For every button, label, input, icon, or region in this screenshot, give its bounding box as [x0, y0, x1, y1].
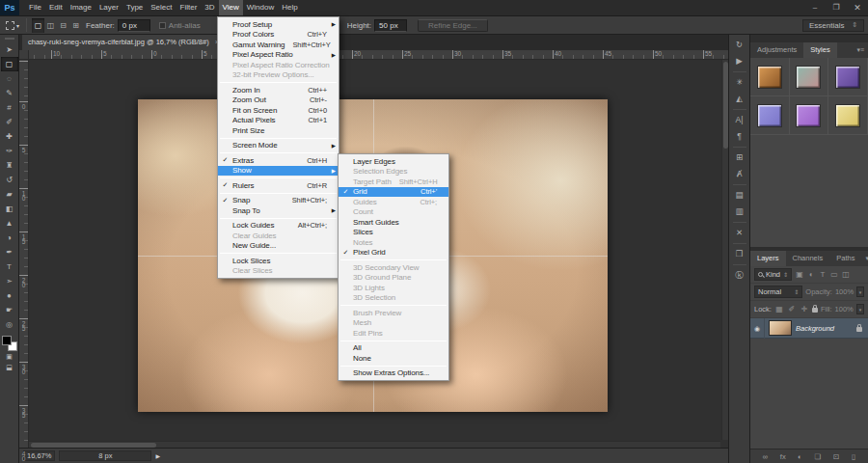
style-swatch-periwinkle[interactable] — [757, 104, 782, 127]
show-submenu-item-none[interactable]: None — [339, 353, 448, 364]
show-submenu-item-all[interactable]: All — [339, 343, 448, 354]
show-submenu-item-guides[interactable]: GuidesCtrl+; — [339, 197, 448, 207]
vertical-scrollbar[interactable] — [721, 60, 728, 440]
view-menu-item-gamut-warning[interactable]: Gamut WarningShift+Ctrl+Y — [218, 40, 339, 50]
workspace-switcher[interactable]: Essentials ⇕ — [802, 19, 864, 32]
style-swatch-violet[interactable] — [796, 104, 821, 127]
style-swatch-yellow[interactable] — [835, 104, 860, 127]
show-submenu-item-count[interactable]: Count — [339, 207, 448, 218]
layer-row-background[interactable]: ◉ Background — [750, 318, 868, 339]
view-menu-item-rulers[interactable]: ✓RulersCtrl+R — [218, 180, 339, 191]
link-layers-icon[interactable]: ∞ — [763, 452, 768, 461]
character-styles-panel-icon[interactable]: Ⱥ — [730, 166, 749, 182]
menu-filter[interactable]: Filter — [176, 0, 202, 15]
view-menu-item-pixel-aspect-ratio-correction[interactable]: Pixel Aspect Ratio Correction — [218, 60, 339, 70]
menu-layer[interactable]: Layer — [95, 0, 122, 15]
refine-edge-button[interactable]: Refine Edge... — [418, 19, 488, 32]
view-menu-item-pixel-aspect-ratio[interactable]: Pixel Aspect Ratio▶ — [218, 50, 339, 61]
horizontal-scrollbar-thumb[interactable] — [31, 443, 156, 448]
show-submenu-item-pixel-grid[interactable]: ✓Pixel Grid — [339, 248, 448, 259]
screen-mode-button[interactable]: ⬓ — [1, 362, 18, 372]
actions-panel-icon[interactable]: ▶ — [730, 53, 749, 69]
tab-channels[interactable]: Channels — [786, 251, 830, 266]
show-submenu-item-3d-ground-plane[interactable]: 3D Ground Plane — [339, 273, 448, 284]
new-group-icon[interactable]: ❏ — [815, 452, 822, 461]
lock-all-icon[interactable] — [812, 308, 818, 313]
view-menu-item-clear-slices[interactable]: Clear Slices — [218, 266, 339, 277]
layer-effects-icon[interactable]: fx — [780, 452, 786, 461]
zoom-tool-icon[interactable]: ◎ — [1, 317, 18, 332]
3d-panel-icon[interactable]: ❒ — [730, 246, 749, 262]
lasso-tool-icon[interactable]: ◌ — [1, 71, 18, 86]
gradient-tool-icon[interactable]: ◧ — [1, 202, 18, 216]
tool-preset-picker[interactable]: ▾ — [4, 21, 21, 30]
view-menu-item-actual-pixels[interactable]: Actual PixelsCtrl+1 — [218, 116, 339, 126]
show-submenu-item-3d-selection[interactable]: 3D Selection — [339, 293, 448, 304]
adjustment-layer-icon[interactable]: ◐ — [798, 452, 802, 461]
menu-view[interactable]: View — [219, 0, 243, 15]
blend-mode-select[interactable]: Normal ⇕ — [754, 286, 802, 298]
menu-edit[interactable]: Edit — [45, 0, 67, 15]
lock-transparency-icon[interactable]: ▦ — [774, 305, 784, 313]
style-swatch-purple[interactable] — [835, 66, 860, 89]
move-tool-icon[interactable]: ➤ — [1, 42, 18, 57]
filter-adjustment-layers-icon[interactable]: ◐ — [806, 270, 816, 279]
document-tab[interactable]: chasy-ruki-sneg-vremya-ciferblat.jpg @ 1… — [22, 35, 226, 50]
path-selection-tool-icon[interactable]: ➣ — [1, 274, 18, 288]
eyedropper-tool-icon[interactable]: ✐ — [1, 115, 18, 129]
kuler-panel-icon[interactable]: ⓚ — [730, 267, 749, 284]
view-menu-item-print-size[interactable]: Print Size — [218, 125, 339, 136]
layer-filter-kind-select[interactable]: Kind ⇕ — [754, 268, 792, 281]
horizontal-scrollbar[interactable] — [29, 441, 720, 448]
shape-tool-icon[interactable]: ● — [1, 288, 18, 303]
histogram-panel-icon[interactable]: ◭ — [730, 91, 749, 107]
view-menu-item-fit-on-screen[interactable]: Fit on ScreenCtrl+0 — [218, 105, 339, 116]
show-submenu-item-show-extras-options[interactable]: Show Extras Options... — [339, 368, 448, 379]
pen-tool-icon[interactable]: ✒ — [1, 245, 18, 259]
vertical-scrollbar-thumb[interactable] — [723, 62, 728, 149]
restore-button[interactable]: ❐ — [826, 0, 847, 15]
layer-visibility-eye-icon[interactable]: ◉ — [750, 318, 765, 339]
lock-position-icon[interactable]: ✛ — [800, 305, 809, 313]
menu-window[interactable]: Window — [243, 0, 278, 15]
opacity-dropdown-button[interactable]: ▾ — [856, 286, 864, 297]
eraser-tool-icon[interactable]: ▰ — [1, 187, 18, 202]
show-submenu-item-edit-pins[interactable]: Edit Pins — [339, 328, 448, 339]
layer-thumbnail[interactable] — [769, 320, 792, 336]
dodge-tool-icon[interactable]: ◑ — [1, 231, 18, 245]
menu-select[interactable]: Select — [147, 0, 176, 15]
view-menu-item-32-bit-preview-options[interactable]: 32-bit Preview Options... — [218, 70, 339, 81]
tool-presets-panel-icon[interactable]: ✕ — [730, 225, 749, 241]
foreground-color-swatch[interactable] — [2, 336, 12, 345]
intersect-selection-icon[interactable]: ⊞ — [69, 18, 82, 33]
show-submenu-item-target-path[interactable]: Target PathShift+Ctrl+H — [339, 177, 448, 187]
quick-selection-tool-icon[interactable]: ✎ — [1, 86, 18, 100]
status-popup-arrow-icon[interactable]: ▶ — [155, 452, 160, 459]
type-tool-icon[interactable]: T — [1, 259, 18, 274]
view-menu-item-extras[interactable]: ✓ExtrasCtrl+H — [218, 155, 339, 166]
close-button[interactable]: ✕ — [847, 0, 868, 15]
tab-adjustments[interactable]: Adjustments — [750, 42, 803, 58]
history-brush-tool-icon[interactable]: ↺ — [1, 173, 18, 187]
ruler-origin-corner[interactable] — [19, 50, 29, 60]
filter-shape-layers-icon[interactable]: ▭ — [829, 270, 839, 279]
view-menu-item-new-guide[interactable]: New Guide... — [218, 241, 339, 252]
add-to-selection-icon[interactable]: ◫ — [44, 18, 57, 33]
view-menu-item-lock-guides[interactable]: Lock GuidesAlt+Ctrl+; — [218, 221, 339, 232]
tab-layers[interactable]: Layers — [750, 251, 786, 266]
fill-dropdown-button[interactable]: ▾ — [856, 304, 864, 314]
height-input[interactable]: 50 px — [374, 19, 407, 32]
minimize-button[interactable]: – — [804, 0, 826, 15]
menu-type[interactable]: Type — [122, 0, 147, 15]
feather-input[interactable]: 0 px — [118, 19, 150, 32]
show-submenu-item-3d-secondary-view[interactable]: 3D Secondary View — [339, 262, 448, 273]
show-submenu-item-smart-guides[interactable]: Smart Guides — [339, 217, 448, 228]
subtract-from-selection-icon[interactable]: ⊟ — [57, 18, 69, 33]
view-menu-item-zoom-out[interactable]: Zoom OutCtrl+- — [218, 95, 339, 106]
view-menu-item-lock-slices[interactable]: Lock Slices — [218, 256, 339, 266]
view-menu-item-proof-colors[interactable]: Proof ColorsCtrl+Y — [218, 30, 339, 41]
blur-tool-icon[interactable]: ▲ — [1, 216, 18, 231]
rectangular-marquee-tool-icon[interactable]: ▢ — [1, 57, 18, 71]
show-submenu-item-mesh[interactable]: Mesh — [339, 318, 448, 329]
paragraph-panel-icon[interactable]: ¶ — [730, 128, 749, 145]
